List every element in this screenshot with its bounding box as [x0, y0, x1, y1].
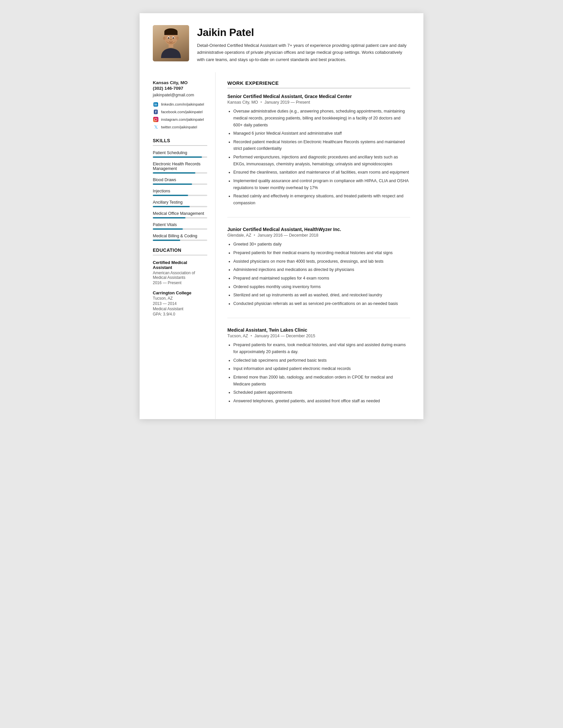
contact-location: Kansas City, MO [153, 80, 207, 85]
svg-point-10 [170, 39, 172, 40]
skill-bar-fill [153, 217, 185, 218]
edu-institution: Carrington College [153, 290, 207, 295]
skill-bar-background [153, 206, 207, 207]
education-list: Certified Medical AssistantAmerican Asso… [153, 260, 207, 316]
job-bullet: Implemented quality assurance and contro… [233, 178, 410, 191]
job-bullet: Managed 6 junior Medical Assistant and a… [233, 130, 410, 137]
skill-bar-fill [153, 240, 180, 241]
job-bullet: Ordered supplies monthly using inventory… [233, 283, 410, 290]
job-bullet: Entered more than 2000 lab, radiology, a… [233, 374, 410, 387]
job-bullets-list: Oversaw administrative duties (e.g., ans… [227, 108, 410, 206]
avatar [153, 25, 189, 61]
skill-item: Medical Billing & Coding [153, 234, 207, 241]
facebook-icon: f [153, 109, 159, 115]
edu-school: American Association of Medical Assistan… [153, 271, 207, 280]
edu-gpa: GPA: 3.9/4.0 [153, 312, 207, 316]
skill-bar-background [153, 217, 207, 218]
skill-item: Patient Vitals [153, 222, 207, 230]
skill-name: Medical Billing & Coding [153, 234, 207, 238]
job-meta-dot: • [254, 233, 255, 238]
svg-point-4 [163, 37, 166, 40]
edu-degree: Medical Assistant [153, 307, 207, 311]
job-bullet: Prepared and maintained supplies for 4 e… [233, 275, 410, 282]
skill-bar-background [153, 183, 207, 185]
skill-item: Blood Draws [153, 178, 207, 185]
jobs-list: Senior Certified Medical Assistant, Grac… [227, 94, 410, 404]
resume-header: Jaikin Patel Detail-Oriented Certified M… [140, 13, 423, 72]
contact-email: jaikinpatel@gmail.com [153, 93, 207, 97]
job-bullet: Scheduled patient appointments [233, 389, 410, 396]
job-entry: Medical Assistant, Twin Lakes Clinic Tuc… [227, 327, 410, 404]
skills-list: Patient Scheduling Electronic Health Rec… [153, 150, 207, 241]
facebook-url: facebook.com/jaikinpatel [161, 110, 203, 114]
linkedin-url: linkedin.com/in/jaikinpatel [161, 102, 204, 106]
job-title: Senior Certified Medical Assistant, Grac… [227, 94, 410, 99]
job-bullet: Answered telephones, greeted patients, a… [233, 398, 410, 405]
skill-bar-background [153, 240, 207, 241]
job-meta: Glendale, AZ • January 2016 — December 2… [227, 233, 410, 238]
left-column: Kansas City, MO (302) 146-7097 jaikinpat… [140, 72, 215, 419]
skill-bar-fill [153, 195, 188, 196]
contact-block: Kansas City, MO (302) 146-7097 jaikinpat… [153, 80, 207, 130]
skill-bar-background [153, 228, 207, 230]
skill-item: Patient Scheduling [153, 150, 207, 158]
work-section-title: WORK EXPERIENCE [227, 80, 410, 86]
instagram-item: instagram.com/jaikinpatel [153, 116, 207, 122]
svg-rect-3 [164, 32, 178, 35]
edu-dates: 2016 — Present [153, 281, 207, 285]
job-bullet: Prepared patients for their medical exam… [233, 249, 410, 256]
svg-point-5 [176, 37, 179, 40]
job-bullet: Reacted calmly and effectively in emerge… [233, 193, 410, 206]
skill-item: Medical Office Management [153, 211, 207, 218]
job-bullets-list: Prepared patients for exams, took medica… [227, 342, 410, 404]
job-bullets-list: Greeted 30+ patients dailyPrepared patie… [227, 241, 410, 307]
skill-bar-fill [153, 228, 183, 230]
edu-institution: Certified Medical Assistant [153, 260, 207, 270]
skill-bar-fill [153, 183, 192, 185]
linkedin-item: in linkedin.com/in/jaikinpatel [153, 101, 207, 107]
skill-bar-background [153, 172, 207, 174]
job-bullet: Administered injections and medications … [233, 266, 410, 273]
skill-item: Electronic Health Records Management [153, 162, 207, 174]
education-section-title: EDUCATION [153, 248, 207, 253]
skill-bar-background [153, 195, 207, 196]
contact-phone: (302) 146-7097 [153, 86, 207, 91]
skill-name: Injections [153, 189, 207, 193]
twitter-item: 𝕏 twitter.com/jaikinpatel [153, 124, 207, 130]
skill-name: Patient Vitals [153, 222, 207, 227]
svg-point-9 [173, 37, 174, 39]
job-bullet: Collected lab specimens and performed ba… [233, 357, 410, 364]
job-entry: Junior Certified Medical Assistant, Heal… [227, 227, 410, 318]
job-bullet: Input information and updated patient el… [233, 365, 410, 372]
svg-point-8 [168, 37, 169, 39]
skills-divider [153, 145, 207, 146]
job-bullet: Prepared patients for exams, took medica… [233, 342, 410, 355]
job-meta-dot: • [250, 334, 252, 338]
job-bullet: Greeted 30+ patients daily [233, 241, 410, 248]
skill-bar-fill [153, 156, 202, 158]
job-bullet: Ensured the cleanliness, sanitation and … [233, 169, 410, 176]
edu-school: Tucson, AZ [153, 296, 207, 301]
job-bullet: Performed venipunctures, injections and … [233, 154, 410, 167]
job-meta: Kansas City, MO • January 2019 — Present [227, 100, 410, 105]
education-divider [153, 255, 207, 255]
job-meta-dot: • [260, 100, 262, 105]
job-meta: Tucson, AZ • January 2014 — December 201… [227, 334, 410, 338]
skill-bar-fill [153, 206, 190, 207]
right-column: WORK EXPERIENCE Senior Certified Medical… [215, 72, 423, 419]
resume-body: Kansas City, MO (302) 146-7097 jaikinpat… [140, 72, 423, 419]
twitter-icon: 𝕏 [153, 124, 159, 130]
skill-item: Injections [153, 189, 207, 196]
skills-section-title: SKILLS [153, 138, 207, 143]
job-bullet: Recorded patient medical histories on El… [233, 139, 410, 152]
instagram-icon [153, 116, 159, 122]
skill-name: Electronic Health Records Management [153, 162, 207, 171]
work-divider [227, 88, 410, 88]
job-bullet: Conducted physician referrals as well as… [233, 300, 410, 307]
job-title: Junior Certified Medical Assistant, Heal… [227, 227, 410, 232]
linkedin-icon: in [153, 101, 159, 107]
skill-item: Ancillary Testing [153, 200, 207, 207]
education-item: Carrington CollegeTucson, AZ2013 — 2014M… [153, 290, 207, 316]
job-bullet: Sterilized and set up instruments as wel… [233, 292, 410, 299]
skill-name: Medical Office Management [153, 211, 207, 216]
